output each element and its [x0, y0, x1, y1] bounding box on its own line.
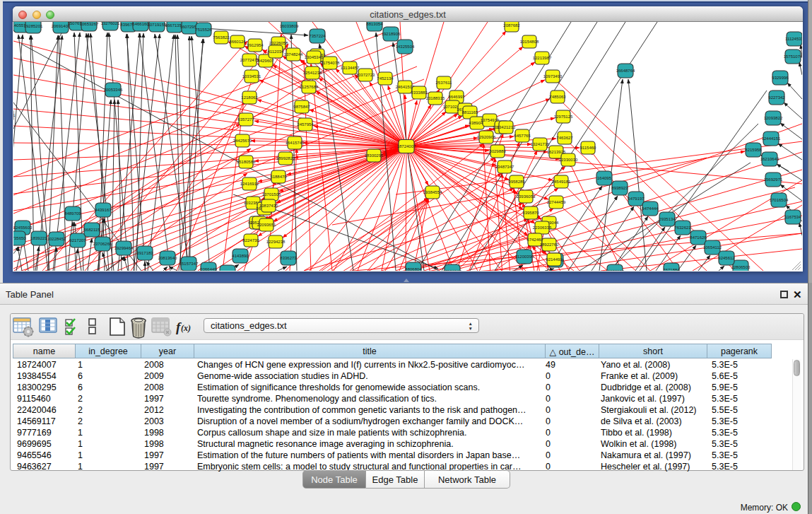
svg-text:20813640: 20813640	[158, 256, 177, 260]
svg-text:3917183: 3917183	[136, 251, 153, 255]
svg-text:7671884: 7671884	[663, 268, 680, 271]
svg-text:6357277: 6357277	[237, 117, 254, 122]
svg-text:4429607: 4429607	[257, 59, 274, 63]
svg-text:7515526: 7515526	[195, 28, 212, 32]
svg-text:15157347: 15157347	[180, 262, 199, 266]
svg-text:10334531: 10334531	[242, 74, 261, 78]
svg-text:19218906: 19218906	[382, 32, 401, 36]
svg-text:22330030: 22330030	[559, 158, 578, 162]
svg-text:21257684: 21257684	[300, 85, 319, 89]
svg-text:9217207: 9217207	[69, 238, 86, 243]
svg-text:16210643: 16210643	[760, 157, 779, 161]
svg-text:18922760: 18922760	[540, 243, 559, 247]
svg-text:9474444: 9474444	[642, 206, 659, 211]
svg-text:9875847: 9875847	[293, 105, 310, 109]
svg-text:1999828: 1999828	[219, 270, 236, 271]
svg-text:15692971: 15692971	[764, 177, 783, 182]
svg-text:16033809: 16033809	[280, 24, 299, 28]
svg-text:9245612: 9245612	[718, 256, 735, 260]
svg-text:22806503: 22806503	[731, 265, 751, 269]
svg-text:3912954: 3912954	[247, 43, 264, 47]
svg-text:9214491: 9214491	[546, 257, 563, 262]
svg-text:2537611: 2537611	[436, 81, 453, 85]
svg-text:15180586: 15180586	[237, 160, 256, 164]
svg-text:12444151: 12444151	[762, 136, 781, 141]
svg-text:17016504: 17016504	[770, 198, 789, 202]
svg-text:2087682: 2087682	[503, 23, 520, 28]
svg-text:20772475: 20772475	[240, 58, 259, 62]
svg-text:(x): (x)	[181, 323, 191, 333]
svg-text:16648764: 16648764	[616, 69, 635, 73]
svg-text:24532561: 24532561	[13, 113, 16, 117]
svg-text:23226058: 23226058	[269, 41, 288, 45]
svg-text:4112034: 4112034	[268, 49, 285, 54]
svg-text:24549181: 24549181	[552, 180, 571, 184]
svg-text:12416912: 12416912	[240, 182, 259, 186]
svg-text:8811165: 8811165	[462, 110, 478, 115]
svg-text:22306335: 22306335	[533, 226, 552, 230]
svg-text:2457954: 2457954	[297, 122, 314, 127]
svg-text:7485063: 7485063	[549, 95, 566, 99]
svg-text:18992829: 18992829	[276, 156, 295, 160]
svg-text:21200396: 21200396	[515, 255, 534, 259]
svg-text:15751074: 15751074	[784, 54, 802, 59]
svg-text:13748244: 13748244	[284, 52, 303, 57]
svg-text:3333883: 3333883	[411, 90, 428, 95]
svg-text:19384554: 19384554	[423, 190, 442, 194]
svg-text:1839221: 1839221	[30, 236, 47, 240]
svg-text:23487347: 23487347	[495, 165, 514, 169]
svg-text:19299464: 19299464	[114, 246, 134, 250]
svg-text:1218062: 1218062	[241, 95, 258, 100]
svg-text:22093651: 22093651	[257, 223, 276, 227]
svg-text:8938923: 8938923	[611, 186, 628, 190]
svg-text:8660124: 8660124	[229, 40, 246, 44]
svg-text:9115460: 9115460	[580, 146, 597, 150]
svg-text:13045349: 13045349	[305, 55, 324, 59]
svg-text:8336273: 8336273	[280, 256, 297, 260]
svg-text:5682115: 5682115	[84, 228, 101, 232]
svg-text:6457765: 6457765	[514, 134, 531, 138]
svg-text:8215958: 8215958	[745, 148, 762, 152]
svg-text:9329996: 9329996	[772, 76, 789, 80]
svg-text:13421212: 13421212	[497, 125, 516, 129]
svg-text:5188470: 5188470	[270, 175, 287, 179]
svg-text:7463627: 7463627	[556, 136, 573, 140]
svg-text:19285201: 19285201	[24, 24, 43, 28]
svg-text:23188315: 23188315	[426, 96, 445, 100]
svg-text:13241736: 13241736	[531, 142, 550, 146]
svg-text:8813054: 8813054	[366, 22, 383, 26]
svg-text:23706266: 23706266	[93, 242, 112, 246]
svg-text:12975125: 12975125	[554, 115, 573, 119]
svg-text:6479197: 6479197	[628, 197, 645, 201]
svg-text:8224730: 8224730	[242, 238, 259, 243]
svg-text:9958289: 9958289	[508, 180, 525, 184]
svg-text:8471626: 8471626	[690, 235, 707, 240]
svg-text:18724007: 18724007	[397, 144, 416, 148]
svg-text:10154808: 10154808	[520, 40, 539, 44]
svg-text:13701506: 13701506	[262, 192, 281, 197]
svg-text:16415740: 16415740	[286, 141, 305, 145]
svg-text:7632621: 7632621	[674, 226, 691, 230]
svg-text:8029889: 8029889	[489, 149, 506, 153]
svg-text:10719155: 10719155	[148, 23, 167, 27]
svg-text:17956909: 17956909	[443, 269, 462, 271]
svg-text:12093822: 12093822	[764, 116, 783, 120]
svg-text:12541238: 12541238	[303, 71, 322, 75]
svg-text:24425670: 24425670	[233, 139, 252, 143]
svg-text:164095: 164095	[597, 176, 612, 180]
svg-text:8646997: 8646997	[448, 95, 465, 99]
svg-text:4143890: 4143890	[232, 254, 249, 258]
svg-text:3395870: 3395870	[522, 211, 539, 215]
svg-text:10654112: 10654112	[703, 245, 722, 250]
svg-text:2935134: 2935134	[659, 217, 676, 221]
svg-text:20372723: 20372723	[356, 73, 375, 77]
svg-text:12294238: 12294238	[266, 240, 286, 244]
svg-text:19832259: 19832259	[606, 269, 625, 271]
svg-text:14325504: 14325504	[396, 45, 415, 49]
svg-text:7357224: 7357224	[309, 34, 326, 38]
svg-text:20053346: 20053346	[104, 88, 123, 92]
svg-text:12213987: 12213987	[533, 56, 552, 60]
svg-text:13134457: 13134457	[341, 66, 360, 70]
svg-text:13276021: 13276021	[101, 22, 120, 25]
svg-text:8806804: 8806804	[405, 267, 422, 271]
